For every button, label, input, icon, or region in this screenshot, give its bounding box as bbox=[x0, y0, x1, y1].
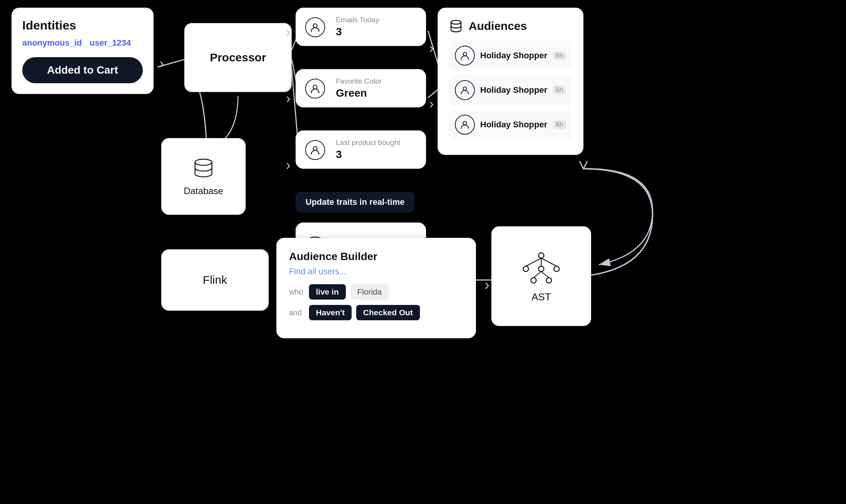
audience-row-1: Holiday Shopper 6h bbox=[449, 40, 572, 71]
arrow-ab-ast: › bbox=[484, 276, 489, 293]
audience-badge-1: 6h bbox=[553, 51, 566, 60]
audiences-heading: Audiences bbox=[469, 20, 527, 33]
audience-badge-2: 6h bbox=[553, 86, 566, 95]
person-icon-audience1 bbox=[455, 46, 475, 66]
ab-connector-and: and bbox=[289, 308, 304, 317]
svg-line-24 bbox=[526, 258, 541, 266]
audience-row-2: Holiday Shopper 6h bbox=[449, 75, 572, 105]
trait-label-color: Favorite Color bbox=[336, 77, 382, 86]
trait-value-emails: 3 bbox=[336, 26, 379, 38]
ab-pill-florida[interactable]: Florida bbox=[350, 284, 389, 300]
update-traits-badge: Update traits in real-time bbox=[296, 192, 415, 212]
svg-line-28 bbox=[541, 272, 549, 278]
audience-name-2: Holiday Shopper bbox=[480, 85, 547, 95]
svg-point-22 bbox=[531, 278, 536, 283]
flink-card: Flink bbox=[161, 249, 269, 311]
audience-row-3: Holiday Shopper 6h bbox=[449, 109, 572, 140]
person-icon-audience3 bbox=[455, 115, 475, 135]
svg-point-19 bbox=[523, 266, 529, 272]
arrow-traits-audiences: › bbox=[429, 40, 434, 56]
person-icon-color bbox=[305, 79, 325, 99]
user-id-badge: user_1234 bbox=[89, 38, 131, 48]
audiences-title: Audiences bbox=[449, 19, 572, 33]
ab-pill-havent[interactable]: Haven't bbox=[309, 305, 352, 320]
svg-point-20 bbox=[539, 266, 544, 272]
person-icon-emails bbox=[305, 17, 325, 37]
svg-point-10 bbox=[313, 85, 317, 89]
identities-ids: anonymous_id user_1234 bbox=[22, 38, 143, 48]
ab-title: Audience Builder bbox=[289, 250, 463, 263]
svg-point-14 bbox=[451, 20, 461, 24]
trait-label-emails: Emails Today bbox=[336, 16, 379, 24]
database-icon-bottom bbox=[192, 156, 215, 180]
svg-point-18 bbox=[539, 253, 544, 258]
trait-card-favorite-color: Favorite Color Green bbox=[296, 69, 426, 107]
ab-pill-live-in[interactable]: live in bbox=[309, 284, 346, 300]
ast-graph-icon bbox=[520, 250, 562, 284]
database-icon-audiences bbox=[449, 19, 463, 33]
database-card-bottom: Database bbox=[161, 138, 246, 215]
svg-point-13 bbox=[195, 159, 212, 165]
identities-title: Identities bbox=[22, 18, 143, 33]
svg-line-27 bbox=[534, 272, 541, 278]
processor-label: Processor bbox=[210, 51, 266, 64]
svg-point-11 bbox=[313, 147, 317, 150]
person-icon-audience2 bbox=[455, 80, 475, 100]
audience-name-1: Holiday Shopper bbox=[480, 51, 547, 61]
svg-point-9 bbox=[313, 24, 317, 28]
identities-card: Identities anonymous_id user_1234 Added … bbox=[12, 8, 154, 94]
trait-value-product: 3 bbox=[336, 148, 400, 161]
audiences-card: Audiences Holiday Shopper 6h Holiday Sho… bbox=[438, 8, 583, 155]
ab-subtitle: Find all users... bbox=[289, 267, 463, 277]
trait-card-emails-today: Emails Today 3 bbox=[296, 8, 426, 46]
person-icon-product bbox=[305, 140, 325, 160]
ab-connector-who: who bbox=[289, 288, 304, 296]
svg-line-26 bbox=[541, 258, 557, 266]
ast-label: AST bbox=[532, 291, 551, 303]
arrow-traits-audiences2: › bbox=[429, 96, 434, 112]
ab-row-1: who live in Florida bbox=[289, 284, 463, 300]
ab-row-2: and Haven't Checked Out bbox=[289, 305, 463, 320]
added-to-cart-button[interactable]: Added to Cart bbox=[22, 57, 143, 83]
svg-point-21 bbox=[554, 266, 559, 272]
trait-value-color: Green bbox=[336, 87, 382, 99]
trait-card-last-product: Last product bought 3 bbox=[296, 130, 426, 169]
arrow-identities-processor: › bbox=[159, 56, 164, 72]
ab-pill-checked-out[interactable]: Checked Out bbox=[356, 305, 420, 320]
svg-point-23 bbox=[546, 278, 552, 283]
ast-card: AST bbox=[491, 226, 591, 326]
arrow-processor-trait2: › bbox=[286, 91, 291, 107]
arrow-processor-trait3: › bbox=[286, 157, 291, 173]
svg-point-17 bbox=[463, 122, 467, 125]
audience-builder-card: Audience Builder Find all users... who l… bbox=[276, 238, 476, 338]
audience-badge-3: 6h bbox=[553, 120, 566, 129]
trait-label-product: Last product bought bbox=[336, 138, 400, 147]
svg-point-15 bbox=[463, 53, 467, 56]
processor-card: Processor bbox=[184, 23, 292, 92]
anonymous-id-badge: anonymous_id bbox=[22, 38, 82, 48]
flink-label: Flink bbox=[203, 273, 227, 287]
audience-name-3: Holiday Shopper bbox=[480, 120, 547, 130]
arrow-processor-trait1: › bbox=[286, 24, 291, 40]
svg-point-16 bbox=[463, 87, 467, 91]
database-bottom-label: Database bbox=[184, 186, 223, 196]
